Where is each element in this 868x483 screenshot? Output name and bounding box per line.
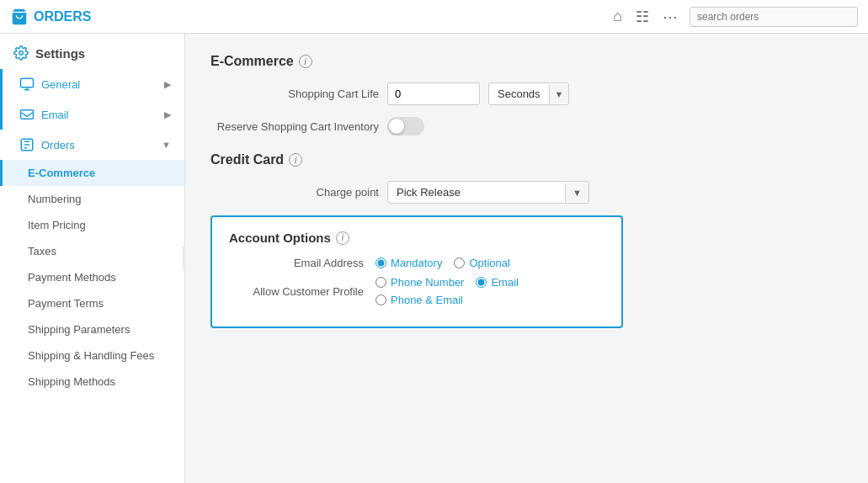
credit-card-section-title: Credit Card i: [210, 152, 843, 167]
main-layout: Settings General ▶ Email ▶: [0, 34, 868, 483]
seconds-select[interactable]: Seconds ▼: [488, 82, 569, 105]
optional-label: Optional: [469, 257, 509, 269]
shopping-cart-life-row: Shopping Cart Life Seconds ▼: [210, 82, 843, 105]
phone-number-option[interactable]: Phone Number: [375, 276, 464, 289]
app-logo: ORDERS: [10, 8, 111, 26]
email-only-label: Email: [491, 276, 519, 289]
more-icon[interactable]: ⋯: [659, 4, 681, 29]
orders-arrow-icon: ▼: [162, 140, 171, 150]
reserve-cart-toggle[interactable]: [387, 117, 424, 135]
sidebar-sub-payment-methods[interactable]: Payment Methods: [0, 264, 184, 290]
sidebar-item-orders[interactable]: Orders ▼: [0, 130, 184, 160]
main-content: E-Commerce i Shopping Cart Life Seconds …: [185, 34, 868, 483]
account-options-box: Account Options i Email Address Mandator…: [210, 215, 623, 328]
phone-email-label: Phone & Email: [391, 294, 463, 306]
phone-number-radio[interactable]: [375, 277, 386, 288]
charge-point-value: Pick Release: [388, 182, 565, 203]
email-address-options: Mandatory Optional: [375, 257, 510, 269]
sidebar-item-general[interactable]: General ▶: [0, 69, 184, 99]
ecommerce-section-title: E-Commerce i: [210, 54, 843, 69]
sidebar-collapse-button[interactable]: ◀: [183, 247, 185, 270]
toggle-knob: [389, 119, 404, 134]
email-address-label: Email Address: [229, 257, 364, 269]
svg-rect-2: [21, 78, 34, 88]
sidebar-email-label: Email: [41, 109, 69, 121]
shopping-cart-life-label: Shopping Cart Life: [210, 88, 379, 100]
optional-option[interactable]: Optional: [454, 257, 509, 269]
sidebar-sub-numbering[interactable]: Numbering: [0, 186, 184, 212]
email-only-radio[interactable]: [476, 277, 487, 288]
profile-options-row1: Phone Number Email: [375, 276, 519, 289]
email-only-option[interactable]: Email: [476, 276, 519, 289]
mandatory-option[interactable]: Mandatory: [375, 257, 442, 269]
sidebar-sub-taxes[interactable]: Taxes: [0, 238, 184, 264]
sidebar-settings-label: Settings: [35, 46, 85, 61]
reserve-cart-row: Reserve Shopping Cart Inventory: [210, 117, 843, 135]
sidebar-general-label: General: [41, 78, 80, 91]
ecommerce-info-icon[interactable]: i: [299, 55, 312, 68]
seconds-label: Seconds: [489, 83, 549, 104]
mandatory-radio[interactable]: [375, 257, 386, 268]
account-options-info-icon[interactable]: i: [336, 231, 349, 245]
account-options-title: Account Options i: [229, 231, 604, 245]
top-nav-icons: ⌂ ☷ ⋯: [610, 4, 681, 29]
sidebar-sub-ecommerce[interactable]: E-Commerce: [0, 160, 184, 186]
email-arrow-icon: ▶: [164, 109, 171, 120]
sidebar-sub-shipping-handling[interactable]: Shipping & Handling Fees: [0, 342, 184, 369]
credit-card-info-icon[interactable]: i: [289, 153, 302, 167]
svg-rect-3: [21, 110, 34, 119]
sidebar-sub-shipping-parameters[interactable]: Shipping Parameters: [0, 316, 184, 342]
allow-customer-profile-row: Allow Customer Profile Phone Number Emai…: [229, 276, 604, 306]
reserve-cart-label: Reserve Shopping Cart Inventory: [210, 120, 379, 133]
phone-email-radio[interactable]: [375, 295, 386, 305]
monitor-icon: [19, 77, 35, 92]
phone-number-label: Phone Number: [391, 276, 464, 289]
sidebar-header: Settings: [0, 34, 184, 69]
top-nav: ORDERS ⌂ ☷ ⋯: [0, 0, 868, 34]
allow-customer-profile-options: Phone Number Email Phone & Email: [375, 276, 519, 306]
email-icon: [19, 107, 35, 122]
charge-point-arrow-icon[interactable]: ▼: [565, 183, 588, 202]
sidebar-item-email[interactable]: Email ▶: [0, 99, 184, 130]
email-address-row: Email Address Mandatory Optional: [229, 257, 604, 269]
sidebar-sub-shipping-methods[interactable]: Shipping Methods: [0, 369, 184, 395]
seconds-arrow-icon[interactable]: ▼: [549, 85, 569, 104]
orders-icon: [19, 137, 35, 152]
chart-icon[interactable]: ☷: [632, 4, 652, 29]
optional-radio[interactable]: [454, 257, 465, 268]
svg-point-1: [19, 51, 24, 56]
settings-icon: [13, 45, 29, 61]
app-title: ORDERS: [34, 9, 91, 24]
mandatory-label: Mandatory: [391, 257, 442, 269]
charge-point-label: Charge point: [210, 186, 379, 199]
allow-customer-profile-label: Allow Customer Profile: [229, 285, 364, 298]
profile-options-row2: Phone & Email: [375, 294, 519, 306]
phone-email-option[interactable]: Phone & Email: [375, 294, 463, 306]
sidebar-sub-payment-terms[interactable]: Payment Terms: [0, 290, 184, 316]
shopping-cart-life-input[interactable]: [387, 82, 480, 105]
shopping-bag-icon: [10, 8, 29, 26]
home-icon[interactable]: ⌂: [610, 4, 626, 29]
search-input[interactable]: [690, 7, 858, 27]
charge-point-select[interactable]: Pick Release ▼: [387, 181, 589, 204]
sidebar: Settings General ▶ Email ▶: [0, 34, 185, 483]
sidebar-sub-item-pricing[interactable]: Item Pricing: [0, 212, 184, 238]
charge-point-row: Charge point Pick Release ▼: [210, 181, 843, 204]
general-arrow-icon: ▶: [164, 79, 171, 90]
sidebar-orders-label: Orders: [41, 139, 75, 151]
